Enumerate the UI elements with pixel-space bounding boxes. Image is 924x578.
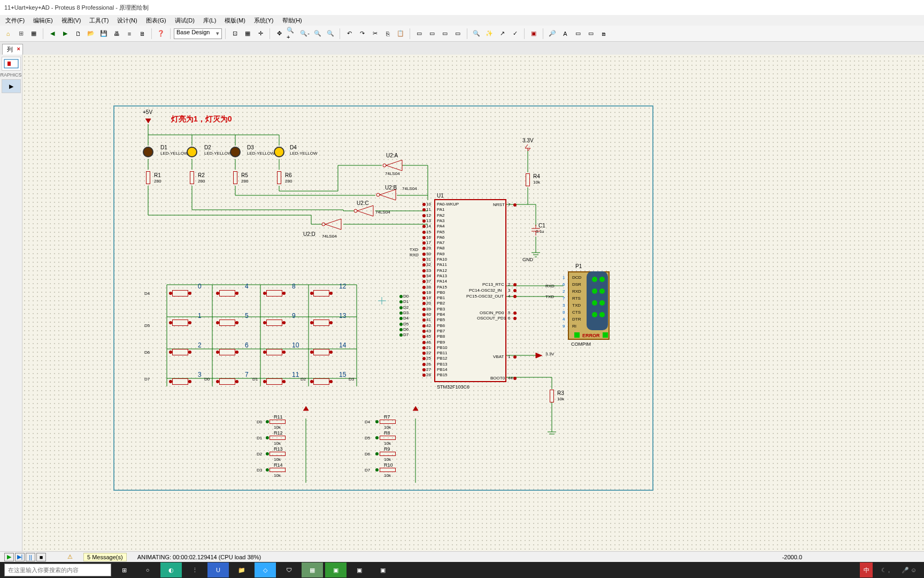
key-button[interactable] [313, 290, 329, 296]
menu-system[interactable]: 系统(Y) [251, 16, 277, 26]
arrow-icon[interactable]: ↗ [496, 28, 508, 40]
grid2-icon[interactable]: ▦ [242, 28, 253, 40]
pcb-icon[interactable]: ▦ [28, 28, 40, 40]
new-icon[interactable]: 🗋 [72, 28, 84, 40]
app8-icon[interactable]: ▣ [349, 562, 370, 577]
block2-icon[interactable]: ▭ [426, 28, 438, 40]
app2-icon[interactable]: ⋮ [184, 562, 205, 577]
key-button[interactable] [266, 349, 282, 355]
menu-tools[interactable]: 工具(T) [86, 16, 112, 26]
led-d2[interactable] [187, 147, 197, 157]
paste-icon[interactable]: 📋 [395, 28, 406, 40]
app5-icon[interactable]: 🛡 [278, 562, 299, 577]
menu-library[interactable]: 库(L) [200, 16, 219, 26]
key-button[interactable] [266, 378, 282, 385]
warn-icon[interactable]: ⚠ [67, 553, 73, 560]
tab-schematic[interactable]: 列 × [2, 44, 23, 55]
resistor-r4[interactable] [526, 173, 530, 186]
check-icon[interactable]: ✓ [509, 28, 521, 40]
resistor[interactable] [380, 436, 396, 440]
close-icon[interactable]: × [17, 45, 20, 52]
resistor-r1[interactable] [146, 171, 150, 184]
menu-debug[interactable]: 调试(D) [172, 16, 198, 26]
play-button[interactable]: ▶ [4, 553, 14, 561]
note-icon[interactable]: 🗈 [598, 28, 610, 40]
zoomout-icon[interactable]: 🔍- [299, 28, 311, 40]
app4-icon[interactable]: ◇ [255, 562, 276, 577]
led-d3[interactable] [230, 147, 241, 157]
chip-icon[interactable]: ▣ [528, 28, 540, 40]
component-mode-button[interactable]: ▶ [2, 79, 21, 93]
list-icon[interactable]: ≡ [124, 28, 135, 40]
key-button[interactable] [313, 378, 329, 385]
resistor-r6[interactable] [277, 171, 281, 184]
zoomfit-icon[interactable]: 🔍 [312, 28, 324, 40]
print-icon[interactable]: 🖶 [111, 28, 122, 40]
menu-template[interactable]: 模版(M) [221, 16, 249, 26]
cut-icon[interactable]: ✂ [369, 28, 381, 40]
redo-icon[interactable]: ↷ [356, 28, 368, 40]
block4-icon[interactable]: ▭ [452, 28, 464, 40]
app3-icon[interactable]: U [207, 562, 229, 577]
forward-icon[interactable]: ▶ [59, 28, 71, 40]
key-button[interactable] [172, 290, 188, 296]
app9-icon[interactable]: ▣ [372, 562, 394, 577]
save-icon[interactable]: 💾 [98, 28, 110, 40]
key-button[interactable] [219, 320, 235, 326]
led-d1[interactable] [143, 147, 153, 157]
app6-icon[interactable]: ▦ [302, 562, 323, 577]
copy-icon[interactable]: ⎘ [382, 28, 394, 40]
block-icon[interactable]: ▭ [413, 28, 425, 40]
zoomall-icon[interactable]: 🔍 [325, 28, 336, 40]
find-icon[interactable]: 🔎 [546, 28, 558, 40]
preview-thumb[interactable] [2, 57, 21, 71]
help-icon[interactable]: ❓ [155, 28, 167, 40]
cortana-icon[interactable]: ○ [137, 562, 158, 577]
app1-icon[interactable]: ◐ [160, 562, 182, 577]
resistor[interactable] [270, 468, 286, 472]
menu-design[interactable]: 设计(N) [114, 16, 140, 26]
move-icon[interactable]: ✥ [273, 28, 285, 40]
led-d4[interactable] [274, 147, 284, 157]
home-icon[interactable]: ⌂ [2, 28, 14, 40]
zoomin-icon[interactable]: 🔍+ [286, 28, 298, 40]
wand-icon[interactable]: ✨ [483, 28, 495, 40]
search-input[interactable] [4, 564, 111, 576]
resistor-r5[interactable] [233, 171, 237, 184]
key-button[interactable] [313, 320, 329, 326]
resistor[interactable] [380, 420, 396, 424]
menu-view[interactable]: 视图(V) [58, 16, 84, 26]
key-button[interactable] [219, 378, 235, 385]
canvas[interactable]: +5V 灯亮为1，灯灭为0 D1 LED-YELLOW D2 LED-YELLO… [22, 55, 924, 551]
select-icon[interactable]: 🔍 [471, 28, 482, 40]
resistor-r2[interactable] [190, 171, 194, 184]
key-button[interactable] [266, 320, 282, 326]
grid-icon[interactable]: ⊡ [229, 28, 241, 40]
doc-icon[interactable]: 🗎 [136, 28, 148, 40]
menu-help[interactable]: 帮助(H) [279, 16, 305, 26]
resistor[interactable] [270, 452, 286, 456]
task-view-icon[interactable]: ⊞ [113, 562, 135, 577]
open-icon[interactable]: 📂 [85, 28, 97, 40]
message-count[interactable]: 5 Message(s) [83, 553, 127, 561]
key-button[interactable] [172, 378, 188, 385]
resistor[interactable] [270, 420, 286, 424]
rect2-icon[interactable]: ▭ [585, 28, 597, 40]
step-button[interactable]: ▶| [15, 553, 25, 561]
design-combo[interactable]: Base Design [174, 28, 222, 39]
text-icon[interactable]: A [559, 28, 571, 40]
explorer-icon[interactable]: 📁 [231, 562, 252, 577]
menu-graph[interactable]: 图表(G) [143, 16, 170, 26]
key-button[interactable] [266, 290, 282, 296]
block3-icon[interactable]: ▭ [439, 28, 451, 40]
resistor[interactable] [380, 468, 396, 472]
ime3-icon[interactable]: 🎤 ☺ [898, 562, 920, 577]
ime2-icon[interactable]: ☾ , [875, 562, 896, 577]
resistor-r3[interactable] [550, 390, 554, 402]
back-icon[interactable]: ◀ [47, 28, 58, 40]
ime-icon[interactable]: 中 [860, 562, 873, 577]
key-button[interactable] [219, 290, 235, 296]
rect-icon[interactable]: ▭ [572, 28, 584, 40]
crosshair-icon[interactable]: ✛ [255, 28, 266, 40]
pause-button[interactable]: || [26, 553, 35, 561]
